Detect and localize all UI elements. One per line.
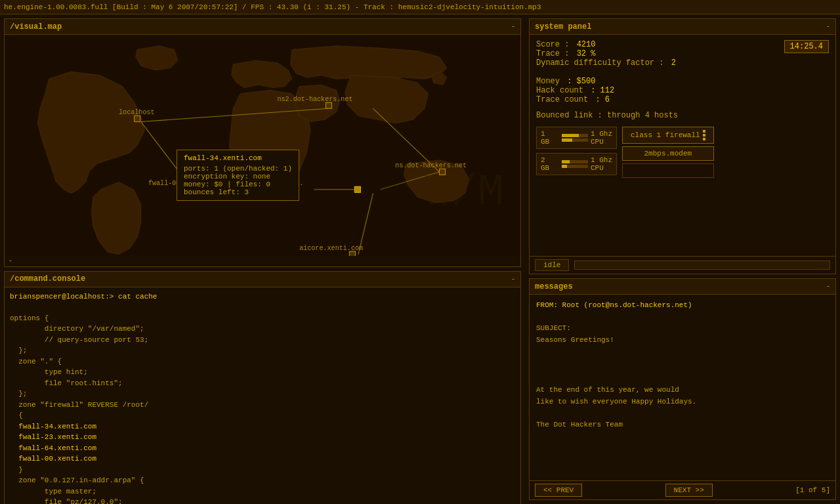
console-line-19: type master; [10, 486, 515, 497]
console-line-18: zone "0.0.127.in-addr.arpa" { [10, 475, 515, 486]
svg-rect-8 [135, 116, 140, 122]
svg-rect-10 [326, 102, 332, 108]
trace-count-line: Trace count : 6 [536, 95, 829, 104]
hw-component-1: 1GB 1 GhzCPU [536, 127, 617, 149]
hw-ram-2: 2GB [541, 156, 559, 172]
hw-bar-group-1 [562, 134, 588, 142]
console-line-blank [10, 302, 515, 313]
message-body2: like to wish everyone Happy Holidays. [536, 396, 829, 408]
svg-text:ns2.dot-hackers.net: ns2.dot-hackers.net [277, 96, 352, 103]
score-block: Score : 4210 Trace : 32 % Dynamic diffic… [536, 40, 784, 68]
trace-count-label: Trace count [536, 95, 588, 104]
trace-count-value: : 6 [595, 95, 610, 104]
message-blank4 [536, 369, 829, 381]
system-content: Score : 4210 Trace : 32 % Dynamic diffic… [530, 35, 835, 256]
hardware-section: 1GB 1 GhzCPU [536, 127, 829, 178]
modem-button-label: 2mbps.modem [644, 150, 692, 158]
hw-bar-2b [562, 165, 588, 168]
title-text: he.engine-1.00.0083.full [Build : May 6 … [4, 3, 541, 11]
hw-ram-1: 1GB [541, 130, 559, 146]
firewall-button[interactable]: class 1 firewall [622, 127, 714, 144]
console-panel-header: /command.console - [5, 272, 520, 287]
console-line-6: }; [10, 345, 515, 356]
svg-rect-19 [349, 251, 355, 256]
difficulty-line: Dynamic difficulty factor : 2 [536, 58, 784, 68]
indicator-dot-3 [703, 138, 705, 140]
console-line-14: fwall-23.xenti.com [10, 432, 515, 443]
hw-bar-1b [562, 138, 588, 142]
system-status-bar: idle [530, 256, 835, 274]
map-minimize-button[interactable]: - [511, 23, 515, 30]
next-message-button[interactable]: NEXT >> [665, 484, 713, 497]
message-blank3 [536, 358, 829, 369]
score-value: 4210 [577, 40, 596, 49]
console-line-7: zone "." { [10, 356, 515, 368]
world-map-svg: localhost ns2.dot-hackers.net ns.dot-hac… [5, 35, 520, 256]
difficulty-label: Dynamic difficulty factor : [536, 58, 663, 68]
prev-message-button[interactable]: << PREV [535, 484, 582, 497]
message-subject-label: SUBJECT: [536, 323, 829, 335]
console-panel: /command.console - brianspencer@localhos… [4, 271, 521, 504]
hw-bar-1a [562, 134, 588, 137]
message-signature: The Dot Hackers Team [536, 419, 829, 431]
status-progress-bar [574, 261, 830, 270]
hw-bar-2a [562, 160, 588, 163]
status-idle-label: idle [535, 259, 569, 271]
money-label: Money [536, 77, 560, 86]
map-tooltip: fwall-34.xenti.com ports: 1 (open/hacked… [177, 150, 299, 201]
difficulty-value: 2 [671, 58, 676, 68]
messages-panel-header: messages - [530, 279, 835, 295]
empty-button-label [666, 167, 671, 175]
map-panel-header: /visual.map - [5, 19, 520, 35]
score-label: Score : [536, 40, 569, 49]
console-line-17: } [10, 465, 515, 476]
system-panel-title: system panel [535, 22, 591, 32]
indicator-dot-2 [703, 134, 705, 136]
divider2 [536, 104, 829, 111]
svg-rect-18 [354, 186, 360, 192]
console-line-3: options { [10, 313, 515, 324]
message-body3 [536, 408, 829, 419]
hack-label: Hack count [536, 86, 583, 95]
hack-line: Hack count : 112 [536, 86, 829, 95]
svg-text:aicore.xenti.com: aicore.xenti.com [299, 245, 363, 252]
messages-panel-title: messages [535, 282, 573, 291]
console-line-16: fwall-00.xenti.com [10, 453, 515, 465]
title-bar: he.engine-1.00.0083.full [Build : May 6 … [0, 0, 840, 14]
console-line-5: // query-source port 53; [10, 335, 515, 346]
console-line-20: file "pz/127.0.0"; [10, 497, 515, 504]
messages-minimize-button[interactable]: - [826, 283, 830, 290]
console-minimize-button[interactable]: - [511, 276, 515, 283]
tooltip-money: money: $0 | files: 0 [184, 180, 292, 188]
system-minimize-button[interactable]: - [826, 23, 830, 30]
hw-left: 1GB 1 GhzCPU [536, 127, 617, 175]
map-panel-title: /visual.map [10, 22, 62, 32]
trace-line: Trace : 32 % [536, 49, 784, 58]
system-panel: system panel - Score : 4210 Trace : 32 % [529, 18, 836, 274]
hw-bar-fill-1b [562, 138, 572, 142]
bounced-line: Bounced link : through 4 hosts [536, 111, 829, 120]
modem-button[interactable]: 2mbps.modem [622, 146, 714, 161]
console-line-13: fwall-34.xenti.com [10, 421, 515, 432]
indicator-dot-1 [703, 130, 705, 133]
messages-content: FROM: Root (root@ns.dot-hackers.net) SUB… [530, 295, 835, 480]
messages-panel: messages - FROM: Root (root@ns.dot-hacke… [529, 278, 836, 500]
map-content: localhost ns2.dot-hackers.net ns.dot-hac… [5, 35, 520, 256]
console-content[interactable]: brianspencer@localhost:> cat cache optio… [5, 287, 520, 504]
firewall-button-label: class 1 firewall [631, 131, 700, 139]
tooltip-ports: ports: 1 (open/hacked: 1) [184, 165, 292, 173]
messages-footer: << PREV NEXT >> [1 of 5] [530, 480, 835, 499]
tooltip-title: fwall-34.xenti.com [184, 154, 292, 162]
right-column: system panel - Score : 4210 Trace : 32 % [525, 14, 840, 504]
console-line-15: fwall-64.xenti.com [10, 443, 515, 454]
tooltip-encryption: encryption key: none [184, 173, 292, 180]
trace-value: 32 % [577, 49, 596, 58]
trace-label: Trace : [536, 49, 569, 58]
money-value: : $500 [567, 77, 595, 86]
empty-button[interactable] [622, 163, 714, 178]
money-line: Money : $500 [536, 77, 829, 86]
hw-bar-fill-2b [562, 165, 567, 168]
message-blank1 [536, 312, 829, 324]
console-line-12: { [10, 410, 515, 421]
console-line-11: zone "firewall" REVERSE /root/ [10, 400, 515, 411]
